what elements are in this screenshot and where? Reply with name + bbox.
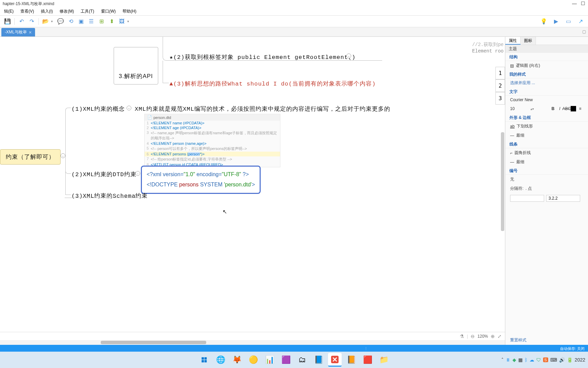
text-color-button[interactable]	[570, 106, 576, 112]
italic-button[interactable]: I	[557, 106, 563, 112]
menu-edit[interactable]: 辑(E)	[1, 8, 16, 15]
stepper-icon[interactable]: ▴▾	[530, 107, 534, 111]
tray-battery-icon[interactable]: 🔋	[567, 357, 573, 363]
drill-button[interactable]: ⬍	[107, 17, 116, 26]
number-value[interactable]: 无	[505, 175, 588, 184]
reset-style-link[interactable]: 重置样式	[505, 336, 588, 345]
tab-icons[interactable]: 图标	[521, 37, 536, 45]
share-button[interactable]: ↗	[576, 17, 585, 26]
toggle-dtd[interactable]: -	[135, 171, 140, 176]
line-value[interactable]: ⌐ 圆角折线	[505, 148, 588, 157]
tab-close-button[interactable]: ×	[29, 30, 32, 35]
app-icon-3[interactable]: 🗂	[295, 353, 309, 367]
hscrollbar[interactable]	[0, 340, 505, 345]
node-api[interactable]: 3.解析的API	[114, 47, 158, 85]
add-topic-button[interactable]: ⊞	[97, 17, 106, 26]
node-concept-text[interactable]: XML约束就是规范XML编写的技术，必须按照约束中规定的内容进行编写，之后对于约…	[135, 105, 390, 113]
side-index-1[interactable]: 1	[495, 67, 505, 79]
clock[interactable]: 2022	[575, 357, 585, 363]
powerpoint-icon[interactable]: 📙	[344, 353, 358, 367]
side-index-3[interactable]: 3	[495, 92, 505, 105]
font-size[interactable]: 10	[510, 106, 514, 111]
redo-button[interactable]: ↷	[27, 17, 36, 26]
node-parse-path[interactable]: ▲(3)解析思想的路径What should I do(当前拥有的对象表示哪个内…	[169, 80, 376, 88]
chrome-icon[interactable]: 🟡	[246, 353, 260, 367]
tray-bluetooth-icon[interactable]: ᛒ	[525, 357, 527, 363]
open-button[interactable]: 📂	[41, 17, 50, 26]
relationship-button[interactable]: ⟲	[66, 17, 76, 26]
xml-declaration-box[interactable]: <?xml version="1.0" encoding="UTF-8" ?> …	[141, 166, 261, 194]
save-button[interactable]: 💾	[3, 17, 12, 26]
tab-properties[interactable]: 属性	[505, 37, 521, 45]
xmind-icon[interactable]	[328, 353, 342, 367]
zoom-out-button[interactable]: ⊖	[471, 334, 475, 339]
zoom-fit-button[interactable]: ⤢	[497, 334, 502, 339]
minimize-button[interactable]: —	[572, 1, 577, 6]
sep-value[interactable]: . 点	[525, 186, 532, 191]
explorer-icon[interactable]: 📁	[377, 353, 391, 367]
idea-button[interactable]: 💡	[539, 17, 549, 26]
firefox-icon[interactable]: 🦊	[230, 353, 244, 367]
menubar: 辑(E) 查看(V) 插入(I) 修改(M) 工具(T) 窗口(W) 帮助(H)	[0, 7, 588, 16]
menu-window[interactable]: 窗口(W)	[98, 8, 118, 15]
start-button[interactable]	[197, 353, 211, 367]
gantt-button[interactable]: ▭	[564, 17, 573, 26]
open-dropdown[interactable]: ▾	[51, 19, 55, 23]
app-icon-4[interactable]: 📘	[312, 353, 325, 367]
font-select[interactable]: Courier New	[505, 96, 588, 104]
vscroll-thumb[interactable]	[501, 132, 504, 231]
zoom-in-button[interactable]: ⊕	[491, 334, 495, 339]
undo-button[interactable]: ↶	[17, 17, 26, 26]
menu-tools[interactable]: 工具(T)	[78, 8, 97, 15]
strike-button[interactable]: ABC	[564, 106, 570, 112]
align-button[interactable]: ≡	[577, 106, 583, 112]
tray-up-icon[interactable]: ˄	[501, 357, 504, 363]
tray-app-1-icon[interactable]: ⏸	[506, 357, 510, 363]
intellij-icon[interactable]: 🟥	[361, 353, 374, 367]
image-button[interactable]: 🖼	[117, 17, 127, 26]
shape-thin[interactable]: — 最细	[505, 131, 588, 140]
tray-volume-icon[interactable]: 🔊	[559, 357, 565, 363]
app-icon-1[interactable]: 📊	[263, 353, 276, 367]
app-icon-2[interactable]: 🟪	[279, 353, 293, 367]
number-input-2[interactable]	[546, 195, 580, 202]
image-dropdown[interactable]: ▾	[127, 19, 131, 23]
drag-handle-icon[interactable]: ⋮	[364, 347, 368, 351]
font-size-row: 10 ▴▾ B I ABC ≡	[505, 104, 588, 113]
tray-app-2-icon[interactable]: ◆	[512, 357, 516, 363]
number-input-1[interactable]	[510, 195, 544, 202]
menu-view[interactable]: 查看(V)	[18, 8, 37, 15]
toggle-constraint[interactable]: -	[61, 153, 65, 158]
node-dtd-label[interactable]: (2)XML约束的DTD约束	[71, 170, 136, 178]
menu-insert[interactable]: 插入(I)	[38, 8, 55, 15]
note-button[interactable]: 💬	[56, 17, 65, 26]
node-concept-label[interactable]: (1)XML约束的概念	[71, 105, 125, 113]
edge-icon[interactable]: 🌐	[214, 353, 227, 367]
menu-help[interactable]: 帮助(H)	[120, 8, 139, 15]
node-constraint-root[interactable]: 约束（了解即可）	[0, 149, 61, 165]
filter-icon[interactable]: ⚗	[460, 334, 464, 339]
tray-lang-icon[interactable]: ⌨	[550, 357, 557, 363]
tray-onedrive-icon[interactable]: ☁	[529, 357, 534, 363]
toggle-concept[interactable]: -	[127, 106, 131, 110]
mindmap-canvas[interactable]: 3.解析的API ★(2)获取到根标签对象 public Element get…	[0, 37, 505, 345]
bold-button[interactable]: B	[550, 106, 556, 112]
mystyle-value[interactable]: 选择并应用 ...	[505, 78, 588, 88]
hscroll-thumb[interactable]	[101, 341, 206, 344]
maximize-button[interactable]: ☐	[581, 1, 585, 6]
tray-input-icon[interactable]: S	[543, 357, 548, 362]
tray-app-3-icon[interactable]: ▦	[518, 357, 523, 363]
shape-value[interactable]: ab 下划线形	[505, 122, 588, 131]
summary-button[interactable]: ☰	[86, 17, 96, 26]
document-tab[interactable]: -XML与枚举 ×	[1, 28, 35, 36]
line-thin[interactable]: — 最细	[505, 157, 588, 167]
present-button[interactable]: ▶	[551, 17, 561, 26]
side-index-2[interactable]: 2	[495, 79, 505, 92]
structure-value[interactable]: ▤ 逻辑图 (向右)	[505, 61, 588, 70]
tray-security-icon[interactable]: 🛡	[536, 357, 541, 363]
autosave-status[interactable]: 自动保存: 关闭	[560, 346, 585, 351]
node-schema-label[interactable]: (3)XML约束的Schema约束	[71, 192, 148, 200]
boundary-button[interactable]: ▣	[76, 17, 86, 26]
menu-modify[interactable]: 修改(M)	[57, 8, 77, 15]
tab-maximize-icon[interactable]: ▢	[582, 29, 586, 34]
